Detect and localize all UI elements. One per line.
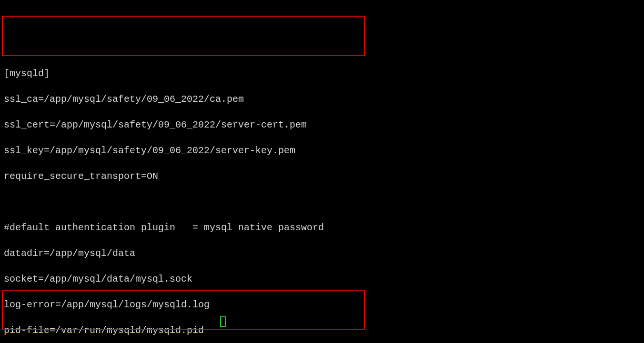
config-line: socket=/app/mysql/data/mysql.sock: [4, 273, 640, 285]
config-blank-line: [4, 196, 640, 208]
config-line: require_secure_transport=ON: [4, 170, 640, 183]
section-header-mysqld: [mysqld]: [4, 67, 640, 80]
config-line: datadir=/app/mysql/data: [4, 247, 640, 260]
config-line: pid-file=/var/run/mysqld/mysqld.pid: [4, 324, 640, 337]
config-line-ssl-ca: ssl_ca=/app/mysql/safety/09_06_2022/ca.p…: [4, 93, 640, 106]
config-line-ssl-key: ssl_key=/app/mysql/safety/09_06_2022/ser…: [4, 144, 640, 157]
config-line-ssl-cert: ssl_cert=/app/mysql/safety/09_06_2022/se…: [4, 118, 640, 131]
config-line: log-error=/app/mysql/logs/mysqld.log: [4, 298, 640, 311]
config-comment-line: #default_authentication_plugin = mysql_n…: [4, 221, 640, 234]
terminal-content[interactable]: [mysqld] ssl_ca=/app/mysql/safety/09_06_…: [4, 54, 640, 343]
highlight-box-mysqld-ssl: [2, 16, 365, 56]
